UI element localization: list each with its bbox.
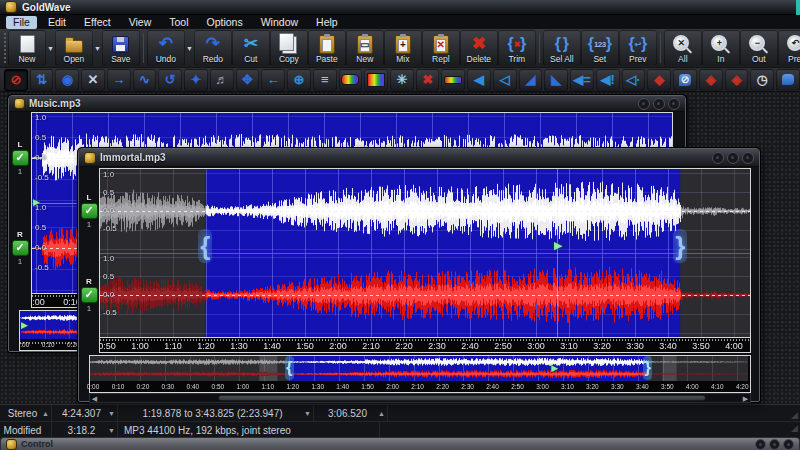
menu-effect[interactable]: Effect bbox=[77, 16, 118, 29]
effect-cue-marker-button[interactable]: ◆ bbox=[647, 69, 671, 91]
effect-smoother-button[interactable] bbox=[441, 69, 465, 91]
effect-expander-button[interactable]: ✥ bbox=[236, 69, 260, 91]
effect-comment-disable-button[interactable]: ⊘ bbox=[673, 69, 697, 91]
status-4-24-307[interactable]: 4:24.307▼ bbox=[52, 405, 118, 421]
toolbar-mix-button[interactable]: +Mix bbox=[384, 30, 422, 66]
maximize-button[interactable] bbox=[727, 152, 739, 164]
toolbar-repl-button[interactable]: ✕Repl bbox=[422, 30, 460, 66]
maximize-button[interactable] bbox=[653, 98, 665, 110]
effect-comment-button[interactable] bbox=[776, 69, 800, 91]
close-button[interactable] bbox=[742, 152, 754, 164]
effect-filter-button[interactable] bbox=[339, 69, 363, 91]
play-position-marker[interactable]: ▶ bbox=[554, 241, 562, 250]
menu-edit[interactable]: Edit bbox=[41, 16, 73, 29]
effect-click-repair-button[interactable]: ✖ bbox=[416, 69, 440, 91]
menu-help[interactable]: Help bbox=[309, 16, 345, 29]
effect-equalizer-button[interactable]: ≡ bbox=[313, 69, 337, 91]
toolbar-undo-button[interactable]: ↶Undo bbox=[147, 30, 185, 66]
toolbar-redo-button[interactable]: ↷Redo bbox=[194, 30, 232, 66]
effect-cue-point-button[interactable]: ◈ bbox=[725, 69, 749, 91]
control-window-titlebar[interactable]: Control bbox=[0, 437, 800, 450]
effect-volume-match-button[interactable]: ◀= bbox=[570, 69, 594, 91]
toolbar-set-button[interactable]: {123}Set bbox=[581, 30, 619, 66]
status-stereo[interactable]: Stereo▲ bbox=[0, 405, 52, 421]
effect-volume-shape-button[interactable]: ◁· bbox=[622, 69, 646, 91]
effect-cue-split-button[interactable]: ◈ bbox=[699, 69, 723, 91]
effect-compressor-button[interactable]: ⇅ bbox=[30, 69, 54, 91]
effect-doppler-button[interactable]: ∿ bbox=[133, 69, 157, 91]
effect-volume-down-button[interactable]: ◁ bbox=[493, 69, 517, 91]
toolbar-sel-all-button[interactable]: { }Sel All bbox=[543, 30, 581, 66]
toolbar-trim-button[interactable]: {✖}Trim bbox=[498, 30, 536, 66]
menu-window[interactable]: Window bbox=[254, 16, 305, 29]
effect-volume-maximize-button[interactable]: ◀! bbox=[596, 69, 620, 91]
effect-reverse-button[interactable]: ↺ bbox=[158, 69, 182, 91]
selection-end-bracket[interactable]: } bbox=[673, 229, 687, 263]
toolbar-open-dropdown-arrow[interactable]: ▼ bbox=[94, 45, 101, 52]
maximize-button[interactable] bbox=[769, 439, 780, 450]
minimize-button[interactable] bbox=[712, 152, 724, 164]
status-dropdown-arrow[interactable]: ▲ bbox=[378, 410, 385, 417]
effect-bypass-button[interactable]: ⊘ bbox=[4, 69, 28, 91]
toolbar-delete-button[interactable]: ✖Delete bbox=[460, 30, 498, 66]
menu-tool[interactable]: Tool bbox=[162, 16, 195, 29]
selection-start-bracket[interactable]: { bbox=[198, 229, 212, 263]
status-dropdown-arrow[interactable]: ▼ bbox=[108, 427, 115, 434]
effect-shape-envelope-button[interactable]: ✕ bbox=[81, 69, 105, 91]
status-3-06-520[interactable]: 3:06.520▲ bbox=[314, 405, 388, 421]
channel-r-checkbox[interactable]: ✓ bbox=[12, 240, 29, 256]
overview-selection-end[interactable]: } bbox=[643, 356, 652, 380]
channel-r-checkbox[interactable]: ✓ bbox=[81, 287, 98, 303]
close-button[interactable] bbox=[668, 98, 680, 110]
effect-offset-left-button[interactable]: ← bbox=[261, 69, 285, 91]
status-dropdown-arrow[interactable]: ▲ bbox=[42, 410, 49, 417]
resize-grip[interactable]: ◢◢ bbox=[786, 409, 798, 435]
toolbar-new-button[interactable]: ▭New bbox=[346, 30, 384, 66]
minimize-button[interactable] bbox=[755, 439, 766, 450]
effect-pan-button[interactable]: ⊕ bbox=[287, 69, 311, 91]
toolbar-out-button[interactable]: −Out bbox=[740, 30, 778, 66]
immortal-waveform-panel[interactable]: 1.00.50.0-0.51.00.50.0-0.5 { } ▶ bbox=[99, 168, 751, 338]
overview-play-marker[interactable]: ▶ bbox=[551, 364, 558, 373]
close-button[interactable] bbox=[783, 439, 794, 450]
menu-file[interactable]: File bbox=[6, 16, 37, 29]
effect-mechanize-button[interactable]: ♬ bbox=[210, 69, 234, 91]
channel-l-checkbox[interactable]: ✓ bbox=[81, 203, 98, 219]
effect-spectrum-button[interactable] bbox=[364, 69, 388, 91]
effect-noise-reduction-button[interactable]: ✳ bbox=[390, 69, 414, 91]
effect-fade-in-button[interactable]: ◢ bbox=[519, 69, 543, 91]
toolbar-new-dropdown-arrow[interactable]: ▼ bbox=[47, 45, 54, 52]
effect-flanger-button[interactable]: ✦ bbox=[184, 69, 208, 91]
status-1-19-878-to-[interactable]: 1:19.878 to 3:43.825 (2:23.947)▼ bbox=[118, 405, 314, 421]
status-3-18-2[interactable]: 3:18.2▼ bbox=[52, 422, 118, 438]
immortal-overview[interactable]: 0:000:100:200:300:400:501:001:101:201:30… bbox=[89, 355, 751, 393]
main-titlebar[interactable]: GoldWave bbox=[0, 0, 800, 15]
overview-selection-start[interactable]: { bbox=[285, 356, 294, 380]
toolbar-save-button[interactable]: Save bbox=[102, 30, 140, 66]
scroll-left-arrow[interactable]: ◀ bbox=[90, 395, 99, 402]
toolbar-cut-button[interactable]: ✂Cut bbox=[232, 30, 270, 66]
immortal-window[interactable]: Immortal.mp3 1.00.50.0-0.51.00.50.0-0.5 … bbox=[78, 148, 760, 402]
status-dropdown-arrow[interactable]: ▼ bbox=[304, 410, 311, 417]
toolbar-grip[interactable] bbox=[4, 33, 6, 63]
toolbar-copy-button[interactable]: Copy bbox=[270, 30, 308, 66]
status-dropdown-arrow[interactable]: ▼ bbox=[108, 410, 115, 417]
play-position-marker[interactable]: ▶ bbox=[33, 198, 40, 207]
toolbar-all-button[interactable]: ✕All bbox=[664, 30, 702, 66]
channel-l-checkbox[interactable]: ✓ bbox=[12, 150, 29, 166]
toolbar-in-button[interactable]: +In bbox=[702, 30, 740, 66]
immortal-window-titlebar[interactable]: Immortal.mp3 bbox=[79, 149, 759, 167]
effect-offset-right-button[interactable]: → bbox=[107, 69, 131, 91]
overview-play-marker[interactable]: ▶ bbox=[21, 321, 28, 330]
scrollbar-thumb[interactable] bbox=[218, 395, 706, 401]
toolbar-prev-button[interactable]: ↶Prev bbox=[778, 30, 800, 66]
menu-options[interactable]: Options bbox=[200, 16, 250, 29]
toolbar-prev-button[interactable]: {↩}Prev bbox=[619, 30, 657, 66]
effect-volume-button[interactable]: ◀ bbox=[467, 69, 491, 91]
toolbar-undo-dropdown-arrow[interactable]: ▼ bbox=[186, 45, 193, 52]
scroll-right-arrow[interactable]: ▶ bbox=[741, 395, 750, 402]
effect-fade-out-button[interactable]: ◣ bbox=[544, 69, 568, 91]
effect-pitch-button[interactable]: ◉ bbox=[55, 69, 79, 91]
horizontal-scrollbar[interactable]: ◀ ▶ bbox=[89, 393, 751, 403]
toolbar-paste-button[interactable]: Paste bbox=[308, 30, 346, 66]
